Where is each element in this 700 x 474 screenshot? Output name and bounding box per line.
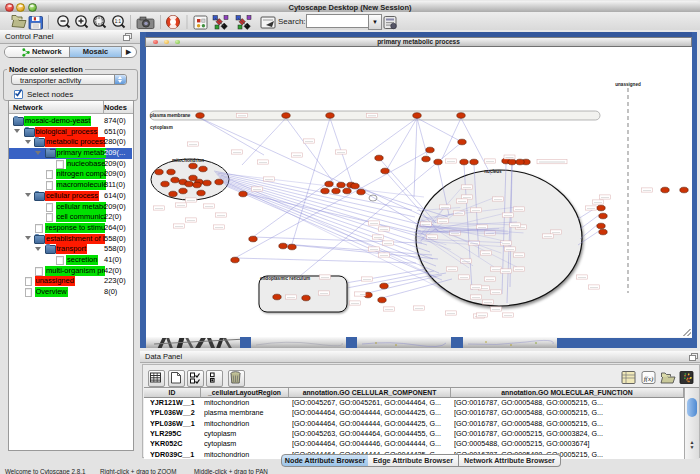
svg-text:plasma membrane: plasma membrane: [150, 113, 191, 118]
svg-text:1:1: 1:1: [115, 19, 122, 24]
svg-text:f(x): f(x): [644, 375, 654, 383]
svg-text:mitochondrion: mitochondrion: [172, 158, 204, 163]
svg-text:unassigned: unassigned: [615, 82, 641, 87]
svg-text:endoplasmic reticulum: endoplasmic reticulum: [260, 276, 310, 281]
svg-text:nucleus: nucleus: [484, 169, 502, 174]
svg-text:cytoplasm: cytoplasm: [150, 125, 173, 130]
